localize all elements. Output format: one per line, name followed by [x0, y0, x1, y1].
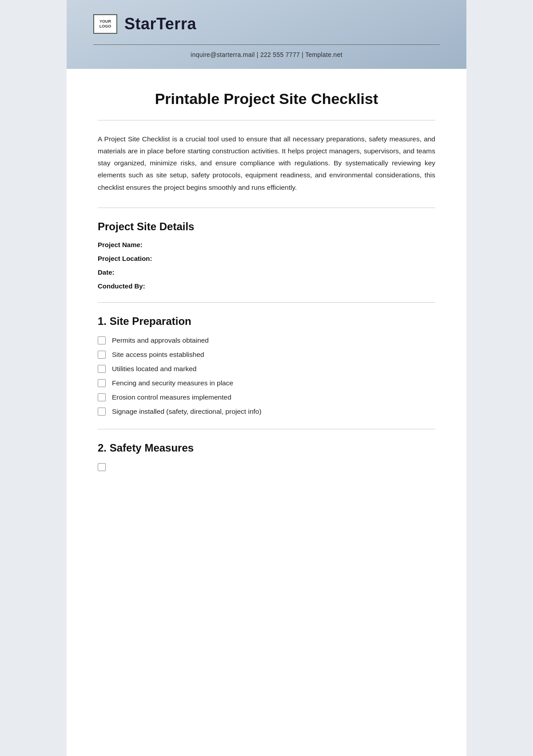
section-divider-1: [98, 208, 435, 208]
section-divider-3: [98, 429, 435, 429]
list-item: Signage installed (safety, directional, …: [98, 407, 435, 416]
site-preparation-title: 1. Site Preparation: [98, 315, 435, 328]
checklist-item-text: Site access points established: [112, 351, 204, 359]
company-name: StarTerra: [124, 15, 196, 33]
details-section: Project Site Details Project Name: Proje…: [98, 220, 435, 290]
section-divider-2: [98, 302, 435, 303]
checklist-item-text: Utilities located and marked: [112, 365, 196, 373]
checklist-item-text: Signage installed (safety, directional, …: [112, 408, 262, 416]
details-title: Project Site Details: [98, 220, 435, 233]
logo-box: YOUR LOGO: [93, 14, 117, 34]
logo-row: YOUR LOGO StarTerra: [93, 14, 440, 44]
checkbox[interactable]: [98, 463, 106, 471]
checkbox[interactable]: [98, 408, 106, 416]
page: YOUR LOGO StarTerra inquire@starterra.ma…: [67, 0, 466, 756]
checkbox[interactable]: [98, 379, 106, 387]
list-item: Permits and approvals obtained: [98, 336, 435, 345]
contact-bar: inquire@starterra.mail | 222 555 7777 | …: [93, 45, 440, 69]
list-item: Fencing and security measures in place: [98, 378, 435, 388]
checklist-item-text: Erosion control measures implemented: [112, 393, 231, 401]
checklist-item-text: Permits and approvals obtained: [112, 336, 209, 344]
site-preparation-section: 1. Site Preparation Permits and approval…: [98, 315, 435, 416]
checkbox[interactable]: [98, 365, 106, 373]
field-project-location: Project Location:: [98, 255, 435, 262]
checkbox[interactable]: [98, 393, 106, 401]
field-project-name: Project Name:: [98, 241, 435, 248]
document-title: Printable Project Site Checklist: [98, 90, 435, 120]
safety-measures-title: 2. Safety Measures: [98, 442, 435, 454]
field-date: Date:: [98, 268, 435, 276]
list-item: Utilities located and marked: [98, 364, 435, 374]
checklist-item-text: Fencing and security measures in place: [112, 379, 233, 387]
checkbox[interactable]: [98, 336, 106, 344]
field-conducted-by: Conducted By:: [98, 282, 435, 290]
list-item: Site access points established: [98, 350, 435, 360]
list-item: Erosion control measures implemented: [98, 392, 435, 402]
safety-measures-section: 2. Safety Measures: [98, 442, 435, 472]
intro-text: A Project Site Checklist is a crucial to…: [98, 133, 435, 193]
list-item: [98, 462, 435, 472]
main-content: Printable Project Site Checklist A Proje…: [67, 69, 466, 503]
site-preparation-checklist: Permits and approvals obtained Site acce…: [98, 336, 435, 416]
checkbox[interactable]: [98, 351, 106, 359]
safety-measures-checklist: [98, 462, 435, 472]
header: YOUR LOGO StarTerra inquire@starterra.ma…: [67, 0, 466, 69]
